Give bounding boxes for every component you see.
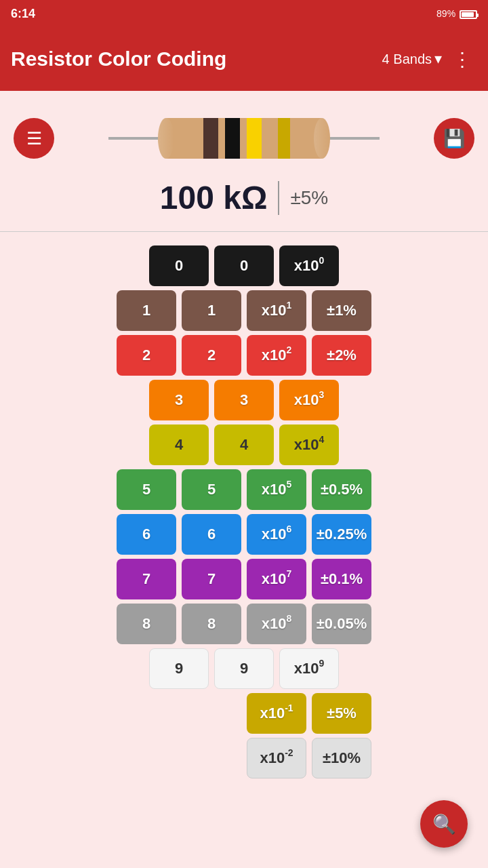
svg-rect-8 xyxy=(278,118,290,159)
svg-point-10 xyxy=(314,118,330,159)
bands-label: 4 Bands xyxy=(382,52,432,67)
grid-row: 33x103 xyxy=(20,380,468,420)
multiplier-btn-white[interactable]: x109 xyxy=(279,648,339,689)
multiplier-btn-silver[interactable]: x10-2 xyxy=(247,738,306,778)
tolerance-btn-blue[interactable]: ±0.25% xyxy=(312,514,371,555)
tolerance-btn-violet[interactable]: ±0.1% xyxy=(312,559,371,599)
grid-row: x10-1±5% xyxy=(20,693,468,734)
band2-btn-brown[interactable]: 1 xyxy=(182,290,241,331)
tolerance-btn-grey[interactable]: ±0.05% xyxy=(312,604,371,644)
menu-icon: ☰ xyxy=(26,128,42,149)
status-icons: 89% xyxy=(436,8,477,19)
app-bar: Resistor Color Coding 4 Bands ▾ ⋮ xyxy=(0,27,488,91)
dropdown-arrow-icon: ▾ xyxy=(434,50,442,68)
tolerance-btn-silver[interactable]: ±10% xyxy=(312,738,371,778)
band2-btn-grey[interactable]: 8 xyxy=(182,604,241,644)
multiplier-btn-blue[interactable]: x106 xyxy=(247,514,306,555)
battery-icon: 89% xyxy=(436,8,477,19)
multiplier-btn-black[interactable]: x100 xyxy=(279,245,339,286)
band1-btn-green[interactable]: 5 xyxy=(117,469,176,510)
band2-btn-yellow[interactable]: 4 xyxy=(214,425,274,465)
grid-row: 22x102±2% xyxy=(20,335,468,376)
more-options-icon[interactable]: ⋮ xyxy=(447,45,477,73)
band2-btn-black[interactable]: 0 xyxy=(214,245,274,286)
multiplier-btn-brown[interactable]: x101 xyxy=(247,290,306,331)
band2-btn-white[interactable]: 9 xyxy=(214,648,274,689)
grid-row: 77x107±0.1% xyxy=(20,559,468,599)
status-bar: 6:14 89% xyxy=(0,0,488,27)
band1-btn-violet[interactable]: 7 xyxy=(117,559,176,599)
band2-btn-orange[interactable]: 3 xyxy=(214,380,274,420)
bands-dropdown[interactable]: 4 Bands ▾ xyxy=(382,50,442,68)
band1-btn-red[interactable]: 2 xyxy=(117,335,176,376)
tolerance-btn-green[interactable]: ±0.5% xyxy=(312,469,371,510)
grid-row: 44x104 xyxy=(20,425,468,465)
svg-rect-5 xyxy=(203,118,218,159)
band1-btn-brown[interactable]: 1 xyxy=(117,290,176,331)
multiplier-btn-gold[interactable]: x10-1 xyxy=(247,693,306,734)
grid-row: 88x108±0.05% xyxy=(20,604,468,644)
multiplier-btn-grey[interactable]: x108 xyxy=(247,604,306,644)
save-icon: 💾 xyxy=(443,128,465,149)
tolerance-btn-gold[interactable]: ±5% xyxy=(312,693,371,734)
svg-rect-4 xyxy=(166,118,322,159)
app-title: Resistor Color Coding xyxy=(11,47,382,71)
band1-btn-white[interactable]: 9 xyxy=(149,648,209,689)
tolerance-btn-red[interactable]: ±2% xyxy=(312,335,371,376)
grid-row: 11x101±1% xyxy=(20,290,468,331)
grid-row: 66x106±0.25% xyxy=(20,514,468,555)
svg-point-9 xyxy=(158,118,174,159)
band1-btn-black[interactable]: 0 xyxy=(149,245,209,286)
multiplier-btn-green[interactable]: x105 xyxy=(247,469,306,510)
value-display: 100 kΩ ±5% xyxy=(160,179,328,216)
grid-row: 99x109 xyxy=(20,648,468,689)
grid-row: 55x105±0.5% xyxy=(20,469,468,510)
resistor-area: ☰ xyxy=(0,91,488,223)
multiplier-btn-red[interactable]: x102 xyxy=(247,335,306,376)
multiplier-btn-yellow[interactable]: x104 xyxy=(279,425,339,465)
svg-rect-7 xyxy=(247,118,262,159)
status-time: 6:14 xyxy=(11,7,35,21)
fab-icon: 🔍 xyxy=(432,813,456,835)
band2-btn-violet[interactable]: 7 xyxy=(182,559,241,599)
save-button[interactable]: 💾 xyxy=(434,118,474,159)
multiplier-btn-orange[interactable]: x103 xyxy=(279,380,339,420)
band1-btn-grey[interactable]: 8 xyxy=(117,604,176,644)
band2-btn-red[interactable]: 2 xyxy=(182,335,241,376)
color-grid: 00x10011x101±1%22x102±2%33x10344x10455x1… xyxy=(0,232,488,792)
fab-bottom-button[interactable]: 🔍 xyxy=(420,800,468,848)
band1-btn-blue[interactable]: 6 xyxy=(117,514,176,555)
resistance-value: 100 kΩ xyxy=(160,179,268,216)
resistor-row: ☰ xyxy=(0,104,488,172)
grid-row: x10-2±10% xyxy=(20,738,468,778)
svg-rect-6 xyxy=(225,118,240,159)
grid-row: 00x100 xyxy=(20,245,468,286)
value-divider xyxy=(278,181,279,215)
tolerance-btn-brown[interactable]: ±1% xyxy=(312,290,371,331)
band1-btn-orange[interactable]: 3 xyxy=(149,380,209,420)
band2-btn-blue[interactable]: 6 xyxy=(182,514,241,555)
resistor-image xyxy=(108,104,380,172)
multiplier-btn-violet[interactable]: x107 xyxy=(247,559,306,599)
app-bar-actions: 4 Bands ▾ ⋮ xyxy=(382,45,477,73)
band2-btn-green[interactable]: 5 xyxy=(182,469,241,510)
band1-btn-yellow[interactable]: 4 xyxy=(149,425,209,465)
tolerance-value: ±5% xyxy=(290,187,328,209)
menu-button[interactable]: ☰ xyxy=(14,118,54,159)
